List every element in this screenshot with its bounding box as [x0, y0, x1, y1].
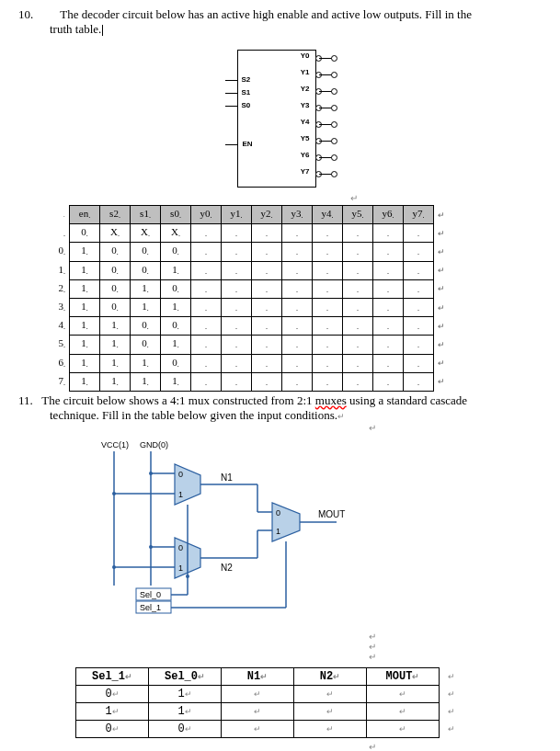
svg-point-21	[186, 575, 189, 578]
mux-cell: 1↵	[149, 685, 222, 702]
truth-cell: ·	[282, 336, 313, 354]
pin-y1-out	[315, 71, 336, 78]
truth-row: 7·1·1·1·1·········↵	[50, 372, 449, 391]
truth-row: 6·1·1·1·0·········↵	[50, 354, 449, 372]
truth-crlf: ↵	[434, 243, 450, 261]
q11-number: 11.	[18, 393, 33, 407]
truth-cell: 0·	[70, 224, 100, 243]
truth-cell: ·	[343, 317, 373, 336]
th-y3: y3·	[282, 206, 313, 224]
truth-cell: ·	[222, 279, 252, 298]
truth-table: · en· s2· s1· s0· y0· y1· y2· y3· y4· y5…	[50, 205, 449, 392]
truth-cell: ·	[343, 336, 373, 354]
truth-cell: ·	[191, 317, 222, 336]
pin-s1: S1	[242, 88, 251, 97]
pin-y3-out	[315, 104, 336, 111]
truth-cell: ·	[191, 261, 222, 279]
mux-diagram: .w{stroke:#2b5fa0;stroke-width:1.5;fill:…	[83, 438, 377, 632]
q11-text-c: technique. Fill in the table below given…	[50, 408, 337, 422]
truth-cell: ·	[252, 224, 282, 243]
th-s1: s1·	[131, 206, 161, 224]
truth-cell: ·	[282, 298, 313, 316]
truth-cell: ·	[282, 317, 313, 336]
truth-crlf: ↵	[434, 261, 450, 279]
pin-y0: Y0	[301, 51, 310, 60]
mth-mout: MOUT↵	[367, 667, 440, 685]
truth-cell: ·	[222, 224, 252, 243]
lbl-n2: N2	[221, 563, 233, 573]
truth-cell: 1·	[131, 279, 161, 298]
lbl-gnd: GND(0)	[140, 440, 168, 449]
truth-row: 1·1·0·0·1·········↵	[50, 261, 449, 279]
truth-cell: 1·	[161, 372, 191, 391]
truth-cell: ·	[404, 261, 434, 279]
th-y0: y0·	[191, 206, 222, 224]
truth-cell: 1·	[161, 261, 191, 279]
truth-cell: ·	[343, 372, 373, 391]
mux-cell: 0↵	[149, 720, 222, 737]
truth-cell: ·	[222, 243, 252, 261]
truth-crlf: ↵	[434, 354, 450, 372]
pin-y1: Y1	[301, 68, 310, 76]
truth-body: ·0·X·X·X·········↵0·1·0·0·0·········↵1·1…	[50, 224, 449, 392]
truth-cell: 1·	[100, 336, 131, 354]
truth-crlf: ↵	[434, 298, 450, 316]
mux-cell: ↵	[294, 720, 367, 737]
crlf-h: ↵	[434, 206, 450, 224]
truth-cell: 0·	[131, 317, 161, 336]
truth-cell: ·	[404, 243, 434, 261]
truth-cell: 0·	[100, 298, 131, 316]
pin-y0-out	[315, 54, 336, 62]
truth-cell: ·	[222, 336, 252, 354]
pin-y5: Y5	[301, 134, 310, 142]
mux-crlf: ↵	[440, 702, 464, 720]
truth-row-label: 3·	[50, 298, 70, 316]
th-y1: y1·	[222, 206, 252, 224]
truth-cell: 0·	[131, 261, 161, 279]
truth-cell: 1·	[70, 261, 100, 279]
mux-cell: 1↵	[76, 702, 149, 720]
q11-text-underlined: muxes	[315, 393, 347, 407]
truth-cell: ·	[282, 354, 313, 372]
truth-cell: ·	[313, 372, 343, 391]
truth-cell: ·	[373, 261, 404, 279]
outmux-port1: 1	[276, 527, 280, 536]
para-mark-4: ↵	[202, 642, 542, 652]
pin-y5-out	[315, 137, 336, 144]
truth-cell: 0·	[131, 336, 161, 354]
truth-cell: 1·	[100, 317, 131, 336]
topmux-port0: 0	[178, 470, 183, 479]
mux-cell: ↵	[367, 720, 440, 737]
mth-n1: N1↵	[222, 667, 294, 685]
truth-cell: ·	[282, 279, 313, 298]
truth-cell: 0·	[100, 279, 131, 298]
truth-cell: 1·	[70, 279, 100, 298]
mux-cell: ↵	[294, 685, 367, 702]
decoder-body: S2 S1 S0 EN Y0 Y1 Y2 Y3 Y4 Y5 Y6 Y7	[237, 50, 316, 188]
truth-cell: 1·	[161, 336, 191, 354]
truth-cell: ·	[343, 261, 373, 279]
pin-y4: Y4	[301, 118, 310, 126]
truth-cell: ·	[313, 243, 343, 261]
mux-row: 0↵0↵↵↵↵↵	[76, 720, 464, 737]
truth-cell: 1·	[100, 372, 131, 391]
mux-cell: ↵	[294, 702, 367, 720]
truth-row: 3·1·0·1·1·········↵	[50, 298, 449, 316]
truth-cell: 1·	[161, 298, 191, 316]
truth-row-label: 6·	[50, 354, 70, 372]
svg-point-11	[149, 545, 153, 549]
truth-cell: ·	[222, 317, 252, 336]
truth-cell: ·	[404, 279, 434, 298]
truth-cell: ·	[404, 224, 434, 243]
lbl-sel1: Sel_1	[140, 603, 161, 612]
topmux-port1: 1	[178, 490, 183, 499]
mux-cell: 0↵	[76, 685, 149, 702]
q10-number: 10.	[18, 7, 33, 21]
para-mark-6: ↵	[202, 742, 542, 751]
botmux-port0: 0	[178, 543, 183, 552]
decoder-diagram: S2 S1 S0 EN Y0 Y1 Y2 Y3 Y4 Y5 Y6 Y7	[202, 44, 359, 191]
q11-text-a: The circuit below shows a 4:1 mux constr…	[41, 393, 315, 407]
truth-row-label: 1·	[50, 261, 70, 279]
mth-n2: N2↵	[294, 667, 367, 685]
truth-cell: ·	[313, 298, 343, 316]
